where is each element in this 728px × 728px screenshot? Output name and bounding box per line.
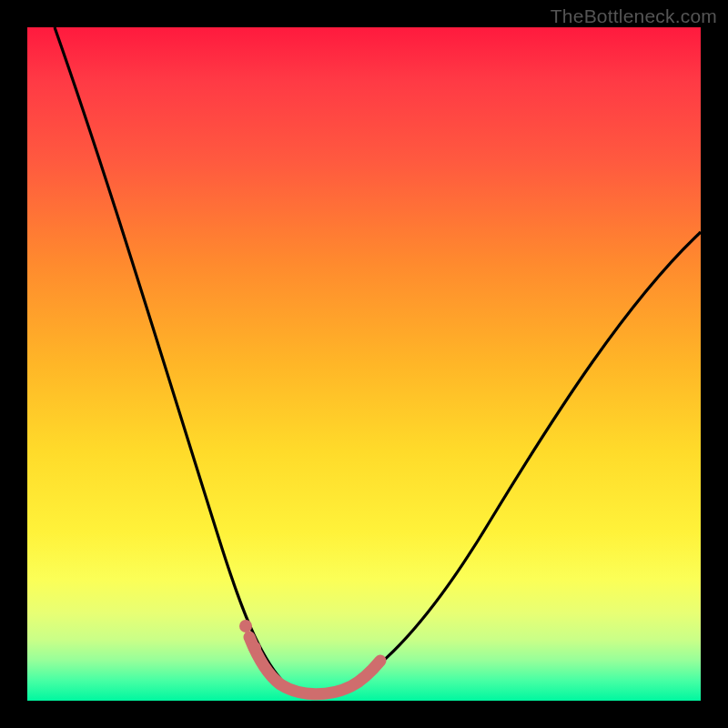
chart-frame: TheBottleneck.com xyxy=(0,0,728,728)
chart-svg xyxy=(27,27,701,701)
highlight-dot xyxy=(239,620,252,632)
bottleneck-curve xyxy=(55,27,701,693)
watermark-text: TheBottleneck.com xyxy=(551,5,717,27)
optimal-highlight xyxy=(249,637,380,694)
highlight-dot xyxy=(248,642,261,654)
plot-area xyxy=(27,27,701,701)
